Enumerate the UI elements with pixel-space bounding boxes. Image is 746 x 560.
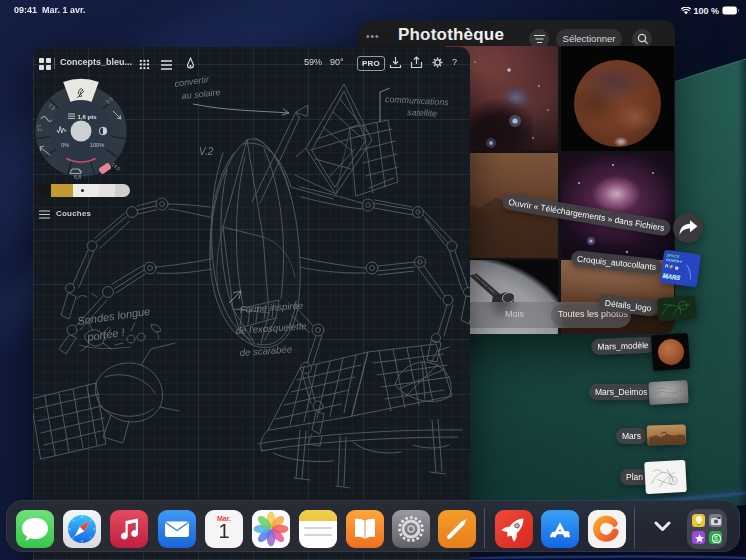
svg-text:MARS: MARS xyxy=(662,273,680,281)
svg-text:au solaire: au solaire xyxy=(181,87,221,101)
svg-text:1,6 pts: 1,6 pts xyxy=(78,114,98,120)
svg-text:V.2: V.2 xyxy=(199,146,214,157)
svg-text:$: $ xyxy=(714,534,718,541)
svg-text:convertir: convertir xyxy=(174,74,211,89)
svg-text:Sondes longue: Sondes longue xyxy=(77,305,151,327)
svg-text:communications: communications xyxy=(385,94,450,107)
svg-text:satellite: satellite xyxy=(407,107,437,119)
svg-text:0%: 0% xyxy=(61,142,69,148)
svg-text:R⚡ ▦: R⚡ ▦ xyxy=(665,262,680,271)
svg-text:14,5: 14,5 xyxy=(110,161,122,172)
svg-text:de scarabée: de scarabée xyxy=(239,343,292,358)
svg-text:6,8: 6,8 xyxy=(74,174,81,180)
svg-text:100%: 100% xyxy=(90,142,104,148)
